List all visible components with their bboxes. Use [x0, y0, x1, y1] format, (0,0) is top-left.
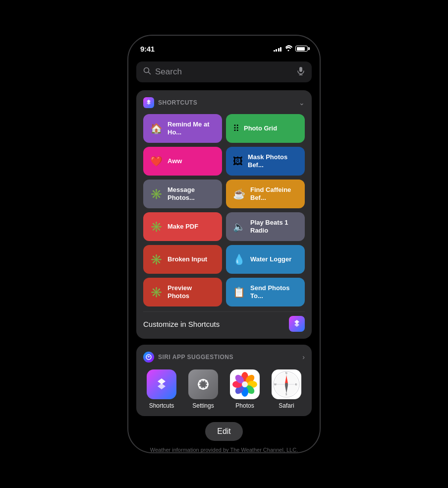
shortcut-label: Play Beats 1 Radio	[250, 219, 298, 234]
edit-button[interactable]: Edit	[205, 422, 243, 441]
shortcuts-app-badge[interactable]	[289, 316, 305, 332]
shortcut-find-caffeine[interactable]: ☕ Find Caffeine Bef...	[226, 180, 305, 208]
siri-app-photos[interactable]: Photos	[226, 369, 263, 409]
svg-text:W: W	[274, 383, 277, 386]
siri-app-label: Safari	[279, 402, 294, 409]
shortcut-label: Photo Grid	[244, 124, 277, 132]
photo-icon: 🖼	[233, 156, 243, 167]
content-area: Search	[128, 58, 320, 452]
phone-frame: 9:41	[127, 35, 321, 453]
settings-app-icon-large	[188, 369, 218, 399]
shortcut-label: Preview Photos	[168, 284, 215, 300]
siri-app-settings[interactable]: Settings	[185, 369, 222, 409]
notch	[192, 36, 256, 51]
customize-row[interactable]: Customize in Shortcuts	[143, 311, 305, 332]
svg-point-29	[285, 383, 288, 386]
shortcuts-widget-header: SHORTCUTS ⌄	[143, 97, 305, 108]
safari-app-icon-large: N E S W	[272, 369, 301, 399]
shortcut-make-pdf[interactable]: ✳️ Make PDF	[143, 212, 222, 241]
svg-point-18	[242, 381, 248, 387]
shortcuts-app-icon	[143, 97, 154, 108]
send-icon: 📋	[233, 286, 245, 298]
weather-credit: Weather information provided by The Weat…	[136, 447, 312, 452]
shortcut-aww[interactable]: ❤️ Aww	[143, 147, 222, 176]
shortcut-photo-grid[interactable]: ⠿ Photo Grid	[226, 114, 305, 143]
asterisk-icon: ✳️	[150, 188, 163, 200]
shortcut-water-logger[interactable]: 💧 Water Logger	[226, 245, 305, 274]
pdf-icon: ✳️	[150, 221, 163, 233]
siri-app-label: Photos	[235, 402, 254, 409]
edit-button-wrap: Edit	[136, 422, 312, 441]
search-icon	[143, 67, 151, 77]
shortcut-label: Water Logger	[250, 255, 291, 263]
shortcut-message-photos[interactable]: ✳️ Message Photos...	[143, 180, 222, 208]
siri-chevron-icon[interactable]: ›	[302, 353, 305, 361]
shortcut-label: Mask Photos Bef...	[248, 153, 298, 169]
shortcut-label: Broken Input	[168, 255, 207, 263]
shortcut-label: Message Photos...	[168, 186, 215, 201]
shortcut-preview-photos[interactable]: ✳️ Preview Photos	[143, 278, 222, 306]
search-bar[interactable]: Search	[136, 61, 312, 82]
siri-app-label: Shortcuts	[149, 402, 174, 409]
siri-section-label: SIRI APP SUGGESTIONS	[158, 354, 233, 361]
shortcut-broken-input[interactable]: ✳️ Broken Input	[143, 245, 222, 274]
home-icon: 🏠	[150, 122, 163, 134]
siri-app-label: Settings	[192, 402, 214, 409]
signal-bars-icon	[274, 46, 282, 52]
shortcuts-grid: 🏠 Remind Me at Ho... ⠿ Photo Grid ❤️ Aww…	[143, 114, 305, 306]
grid-icon: ⠿	[233, 123, 239, 134]
shortcut-mask-photos[interactable]: 🖼 Mask Photos Bef...	[226, 147, 305, 176]
shortcut-label: Send Photos To...	[250, 284, 298, 300]
microphone-icon[interactable]	[297, 66, 305, 77]
siri-icon	[143, 352, 154, 363]
wifi-icon	[284, 45, 292, 53]
status-time: 9:41	[140, 45, 155, 53]
battery-icon	[295, 46, 308, 52]
siri-apps-grid: Shortcuts S	[143, 369, 305, 409]
shortcuts-widget: SHORTCUTS ⌄ 🏠 Remind Me at Ho... ⠿ Photo…	[136, 90, 312, 339]
heart-icon: ❤️	[150, 155, 163, 167]
siri-widget-header: SIRI APP SUGGESTIONS ›	[143, 352, 305, 363]
siri-suggestions-widget: SIRI APP SUGGESTIONS › Shortcuts	[136, 345, 312, 416]
speaker-icon: 🔈	[233, 221, 245, 233]
customize-label: Customize in Shortcuts	[143, 320, 220, 328]
shortcuts-app-icon-large	[147, 369, 176, 399]
preview-icon: ✳️	[150, 286, 163, 298]
svg-point-7	[201, 382, 206, 387]
shortcuts-collapse-icon[interactable]: ⌄	[299, 99, 305, 107]
search-placeholder: Search	[155, 67, 293, 77]
shortcut-play-beats[interactable]: 🔈 Play Beats 1 Radio	[226, 212, 305, 241]
status-icons	[274, 45, 308, 53]
svg-text:N: N	[285, 371, 287, 374]
shortcut-send-photos[interactable]: 📋 Send Photos To...	[226, 278, 305, 306]
siri-app-safari[interactable]: N E S W Safari	[268, 369, 305, 409]
siri-app-shortcuts[interactable]: Shortcuts	[143, 369, 180, 409]
svg-rect-2	[299, 67, 302, 72]
water-icon: 💧	[233, 253, 245, 265]
screen: 9:41	[128, 36, 320, 452]
shortcut-label: Remind Me at Ho...	[168, 121, 215, 136]
photos-app-icon-large	[230, 369, 260, 399]
shortcuts-section-label: SHORTCUTS	[158, 99, 197, 106]
coffee-icon: ☕	[233, 188, 245, 200]
svg-point-6	[148, 357, 149, 358]
broken-icon: ✳️	[150, 253, 163, 265]
shortcut-label: Make PDF	[168, 223, 198, 231]
svg-line-1	[149, 72, 151, 74]
shortcut-remind-me[interactable]: 🏠 Remind Me at Ho...	[143, 114, 222, 143]
shortcut-label: Aww	[168, 157, 182, 165]
shortcut-label: Find Caffeine Bef...	[250, 186, 298, 201]
